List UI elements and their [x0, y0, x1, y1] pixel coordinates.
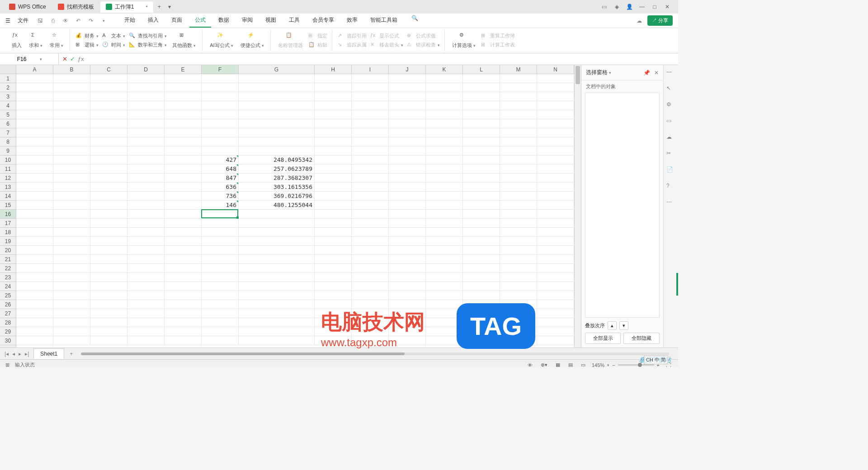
column-header-D[interactable]: D	[127, 65, 165, 74]
cell-F27[interactable]	[202, 309, 239, 318]
cell-F2[interactable]	[202, 83, 239, 92]
cell-D21[interactable]	[127, 255, 165, 264]
cell-J6[interactable]	[389, 119, 426, 128]
cell-G9[interactable]	[239, 146, 315, 155]
row-header-27[interactable]: 27	[0, 309, 16, 318]
prev-sheet-button[interactable]: ◂	[11, 350, 16, 358]
cell-D7[interactable]	[127, 128, 165, 137]
cell-C11[interactable]	[90, 164, 127, 174]
cell-K3[interactable]	[426, 92, 463, 101]
backup-icon[interactable]: ☁	[666, 134, 675, 143]
cell-K9[interactable]	[426, 146, 463, 155]
row-header-2[interactable]: 2	[0, 83, 16, 92]
cell-K15[interactable]	[426, 201, 463, 210]
cell-N12[interactable]	[537, 174, 574, 183]
cell-A24[interactable]	[16, 282, 53, 291]
cell-A23[interactable]	[16, 273, 53, 282]
cell-N16[interactable]	[537, 210, 574, 219]
cell-N28[interactable]	[537, 318, 574, 327]
cell-C5[interactable]	[90, 110, 127, 119]
cell-M21[interactable]	[500, 255, 537, 264]
cell-A5[interactable]	[16, 110, 53, 119]
cell-N7[interactable]	[537, 128, 574, 137]
cell-B17[interactable]	[53, 219, 90, 228]
cell-C2[interactable]	[90, 83, 127, 92]
cell-F22[interactable]	[202, 264, 239, 273]
cell-C9[interactable]	[90, 146, 127, 155]
new-tab-button[interactable]: +	[154, 2, 165, 12]
cell-M19[interactable]	[500, 237, 537, 246]
cell-D24[interactable]	[127, 282, 165, 291]
cell-N9[interactable]	[537, 146, 574, 155]
cell-N17[interactable]	[537, 219, 574, 228]
grid-icon[interactable]: ⊕▾	[539, 361, 549, 367]
cell-G1[interactable]	[239, 74, 315, 83]
cell-L10[interactable]	[463, 155, 500, 164]
next-sheet-button[interactable]: ▸	[18, 350, 22, 358]
cell-H20[interactable]	[315, 246, 352, 255]
cell-D27[interactable]	[127, 309, 165, 318]
row-header-22[interactable]: 22	[0, 264, 16, 273]
cell-J7[interactable]	[389, 128, 426, 137]
cell-H22[interactable]	[315, 264, 352, 273]
cell-K6[interactable]	[426, 119, 463, 128]
cell-A29[interactable]	[16, 327, 53, 336]
cell-A30[interactable]	[16, 336, 53, 345]
row-header-21[interactable]: 21	[0, 255, 16, 264]
cell-F6[interactable]	[202, 119, 239, 128]
cell-A20[interactable]	[16, 246, 53, 255]
cell-B8[interactable]	[53, 137, 90, 146]
cell-G10[interactable]: 248.0495342	[239, 155, 315, 164]
page-icon[interactable]: 📄	[666, 166, 675, 175]
cell-D16[interactable]	[127, 210, 165, 219]
cell-H9[interactable]	[315, 146, 352, 155]
page-view-button[interactable]: ▤	[566, 361, 575, 367]
cell-J26[interactable]	[389, 300, 426, 309]
cell-K13[interactable]	[426, 183, 463, 192]
cell-C24[interactable]	[90, 282, 127, 291]
cell-A17[interactable]	[16, 219, 53, 228]
trace-precedents-button[interactable]: ↗追踪引用	[338, 33, 367, 40]
cell-C10[interactable]	[90, 155, 127, 164]
cell-L1[interactable]	[463, 74, 500, 83]
cell-N5[interactable]	[537, 110, 574, 119]
cell-N3[interactable]	[537, 92, 574, 101]
cell-B11[interactable]	[53, 164, 90, 174]
cell-B28[interactable]	[53, 318, 90, 327]
cell-G27[interactable]	[239, 309, 315, 318]
cell-D30[interactable]	[127, 336, 165, 345]
cell-J22[interactable]	[389, 264, 426, 273]
redo-icon[interactable]: ↷	[86, 16, 95, 25]
cell-H30[interactable]	[315, 336, 352, 345]
collapse-icon[interactable]: —	[666, 69, 675, 78]
cell-B20[interactable]	[53, 246, 90, 255]
show-all-button[interactable]: 全部显示	[585, 333, 621, 344]
cell-C1[interactable]	[90, 74, 127, 83]
cell-L30[interactable]	[463, 336, 500, 345]
vertical-scrollbar[interactable]	[574, 65, 581, 348]
cell-B3[interactable]	[53, 92, 90, 101]
cell-E9[interactable]	[165, 146, 202, 155]
cell-F14[interactable]: 736	[202, 192, 239, 201]
row-header-7[interactable]: 7	[0, 128, 16, 137]
tab-smart[interactable]: 智能工具箱	[365, 14, 403, 28]
close-button[interactable]: ✕	[664, 3, 671, 10]
row-header-30[interactable]: 30	[0, 336, 16, 345]
cell-I8[interactable]	[352, 137, 389, 146]
show-formulas-button[interactable]: ƒx显示公式	[370, 33, 403, 40]
cell-K26[interactable]	[426, 300, 463, 309]
cell-L19[interactable]	[463, 237, 500, 246]
cell-G21[interactable]	[239, 255, 315, 264]
cell-C6[interactable]	[90, 119, 127, 128]
cell-B21[interactable]	[53, 255, 90, 264]
cell-M5[interactable]	[500, 110, 537, 119]
cell-E6[interactable]	[165, 119, 202, 128]
cell-H27[interactable]	[315, 309, 352, 318]
cell-H4[interactable]	[315, 101, 352, 110]
column-header-C[interactable]: C	[90, 65, 127, 74]
cell-G23[interactable]	[239, 273, 315, 282]
eye-icon[interactable]: 👁	[526, 362, 534, 367]
row-header-15[interactable]: 15	[0, 201, 16, 210]
cell-F12[interactable]: 847	[202, 174, 239, 183]
cell-F26[interactable]	[202, 300, 239, 309]
